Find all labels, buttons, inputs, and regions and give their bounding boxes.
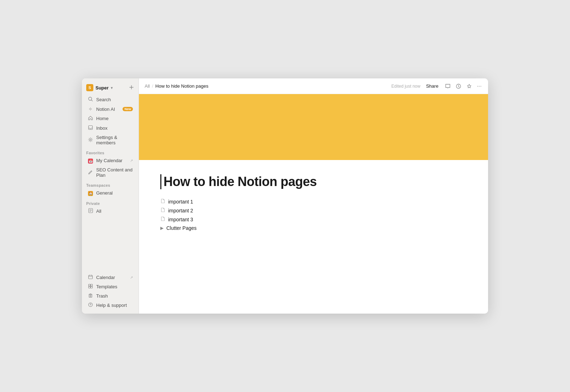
- sidebar-item-home[interactable]: Home: [83, 114, 137, 123]
- calendar-icon: [88, 274, 93, 280]
- calendar-fav-icon: 📅: [88, 158, 93, 164]
- svg-point-2: [90, 139, 91, 140]
- sidebar-item-general-label: General: [96, 190, 113, 196]
- templates-icon: [88, 284, 93, 290]
- inbox-icon: [88, 125, 93, 131]
- calendar-external-icon: ↗: [130, 275, 133, 279]
- private-section-label: Private: [82, 198, 139, 206]
- app-window: S Super ▾ Search ✧ Notion AI New: [82, 78, 488, 314]
- doc-icon: [160, 216, 165, 222]
- sidebar-item-inbox[interactable]: Inbox: [83, 124, 137, 133]
- more-options-icon[interactable]: ···: [476, 82, 482, 90]
- share-button[interactable]: Share: [424, 83, 441, 89]
- sidebar-item-my-calendar[interactable]: 📅 My Calendar ↗: [83, 156, 137, 165]
- favorite-icon[interactable]: [466, 83, 473, 90]
- list-item: important 3: [160, 216, 388, 223]
- svg-rect-8: [91, 287, 93, 288]
- page-title: How to hide Notion pages: [160, 174, 388, 189]
- sidebar-item-templates[interactable]: Templates: [83, 282, 137, 291]
- sidebar-item-all[interactable]: All: [83, 207, 137, 216]
- page-body: How to hide Notion pages important 1: [139, 160, 410, 253]
- sidebar-item-help[interactable]: Help & support: [83, 301, 137, 310]
- workspace-icon: S: [86, 84, 93, 91]
- svg-rect-9: [89, 294, 92, 298]
- search-icon: [88, 97, 93, 103]
- notion-ai-icon: ✧: [88, 106, 93, 112]
- page-cover: [139, 94, 488, 160]
- external-link-icon: ↗: [130, 159, 133, 163]
- doc-icon: [160, 207, 165, 213]
- list-item-label[interactable]: important 1: [168, 199, 193, 205]
- sidebar-item-search-label: Search: [96, 97, 111, 102]
- favorites-section-label: Favorites: [82, 147, 139, 156]
- all-pages-icon: [88, 208, 93, 214]
- new-page-button[interactable]: [129, 84, 134, 91]
- breadcrumb-separator: /: [152, 83, 153, 89]
- svg-rect-5: [89, 284, 90, 286]
- doc-icon: [160, 198, 165, 205]
- sidebar-item-settings[interactable]: Settings & members: [83, 133, 137, 147]
- page-content: How to hide Notion pages important 1: [139, 94, 488, 314]
- sidebar-item-seo-content[interactable]: SEO Content and Plan: [83, 166, 137, 179]
- sidebar-item-settings-label: Settings & members: [96, 135, 133, 145]
- edited-status: Edited just now: [392, 84, 420, 89]
- svg-rect-4: [89, 275, 93, 279]
- sidebar-item-notion-ai[interactable]: ✧ Notion AI New: [83, 105, 137, 113]
- page-body-wrap: How to hide Notion pages important 1: [139, 160, 488, 253]
- svg-rect-6: [91, 284, 93, 286]
- svg-point-0: [89, 97, 92, 100]
- workspace-name-label: Super: [95, 85, 109, 91]
- list-item: important 2: [160, 207, 388, 214]
- breadcrumb-root[interactable]: All: [145, 83, 150, 89]
- general-icon: 🏠: [88, 190, 93, 196]
- edit-fav-icon: [88, 170, 93, 176]
- settings-icon: [88, 137, 93, 143]
- teamspaces-section-label: Teamspaces: [82, 180, 139, 188]
- sidebar-item-templates-label: Templates: [96, 284, 117, 289]
- toggle-arrow-icon: ▶: [160, 226, 164, 231]
- comment-icon[interactable]: [444, 83, 451, 90]
- history-icon[interactable]: [455, 83, 462, 90]
- trash-icon: [88, 293, 93, 299]
- clutter-pages-label: Clutter Pages: [166, 225, 197, 231]
- list-item: important 1: [160, 198, 388, 205]
- sidebar: S Super ▾ Search ✧ Notion AI New: [82, 78, 139, 314]
- sidebar-item-my-calendar-label: My Calendar: [96, 158, 123, 163]
- sidebar-item-all-label: All: [96, 208, 101, 214]
- list-item-label[interactable]: important 3: [168, 217, 193, 222]
- breadcrumb-current: How to hide Notion pages: [155, 83, 208, 89]
- help-icon: [88, 302, 93, 308]
- sidebar-item-trash[interactable]: Trash: [83, 292, 137, 300]
- svg-rect-7: [89, 287, 90, 288]
- chevron-down-icon: ▾: [111, 86, 113, 90]
- sidebar-item-seo-label: SEO Content and Plan: [96, 167, 133, 178]
- sidebar-item-calendar-label: Calendar: [96, 275, 115, 280]
- sidebar-item-help-label: Help & support: [96, 303, 127, 308]
- topbar-actions: Edited just now Share ···: [392, 82, 482, 90]
- sidebar-item-notion-ai-label: Notion AI: [96, 107, 115, 112]
- sidebar-item-inbox-label: Inbox: [96, 125, 108, 131]
- sidebar-item-calendar[interactable]: Calendar ↗: [83, 273, 137, 282]
- svg-point-11: [90, 306, 91, 306]
- clutter-pages-toggle[interactable]: ▶ Clutter Pages: [160, 225, 388, 232]
- list-item-label[interactable]: important 2: [168, 208, 193, 213]
- sidebar-header: S Super ▾: [82, 82, 139, 95]
- workspace-selector[interactable]: S Super ▾: [86, 84, 113, 91]
- topbar: All / How to hide Notion pages Edited ju…: [139, 78, 488, 94]
- sidebar-bottom: Calendar ↗ Templates Trash Help & suppo: [82, 273, 139, 310]
- sidebar-item-search[interactable]: Search: [83, 95, 137, 104]
- main-content: All / How to hide Notion pages Edited ju…: [139, 78, 488, 314]
- sidebar-item-home-label: Home: [96, 116, 109, 121]
- sidebar-item-general[interactable]: 🏠 General: [83, 189, 137, 197]
- sidebar-item-trash-label: Trash: [96, 293, 108, 299]
- new-badge: New: [123, 107, 133, 111]
- home-icon: [88, 115, 93, 122]
- page-list: important 1 important 2 im: [160, 198, 388, 223]
- breadcrumb: All / How to hide Notion pages: [145, 83, 208, 89]
